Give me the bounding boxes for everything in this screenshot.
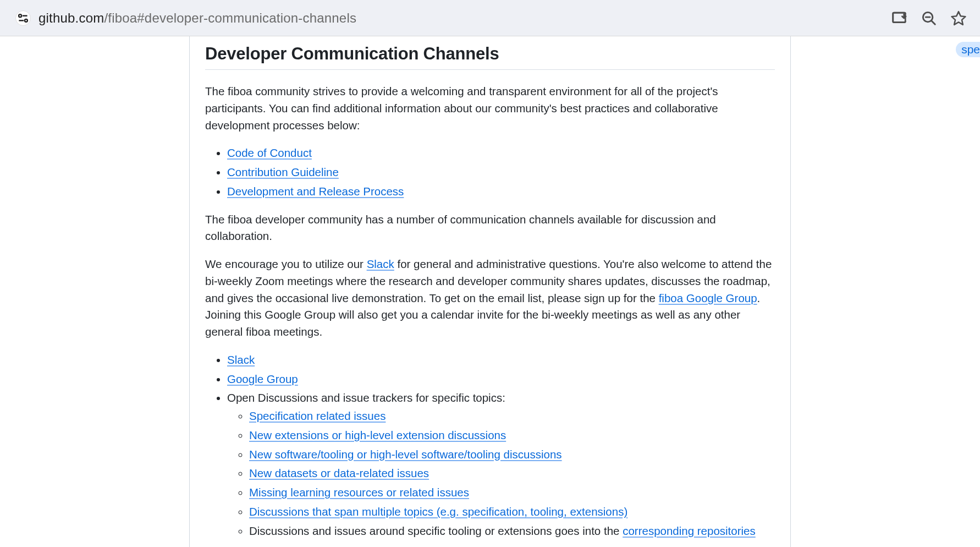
list-item: Development and Release Process bbox=[227, 183, 775, 200]
zoom-icon[interactable] bbox=[921, 10, 937, 26]
development-release-link[interactable]: Development and Release Process bbox=[227, 185, 404, 198]
topics-list: Specification related issues New extensi… bbox=[227, 408, 775, 539]
channels-intro-paragraph: The fiboa developer community has a numb… bbox=[205, 211, 775, 245]
bookmark-star-icon[interactable] bbox=[950, 10, 967, 26]
page-body: spe Developer Communication Channels The… bbox=[0, 36, 980, 547]
install-app-icon[interactable] bbox=[891, 10, 907, 26]
list-item: Discussions and issues around specific t… bbox=[249, 523, 775, 540]
svg-point-0 bbox=[19, 14, 21, 17]
site-settings-icon[interactable] bbox=[15, 10, 31, 26]
code-of-conduct-link[interactable]: Code of Conduct bbox=[227, 146, 312, 159]
slack-inline-link[interactable]: Slack bbox=[367, 258, 394, 270]
list-item: Google Group bbox=[227, 371, 775, 388]
new-extensions-link[interactable]: New extensions or high-level extension d… bbox=[249, 429, 506, 441]
text-segment: Discussions and issues around specific t… bbox=[249, 524, 623, 537]
address-bar[interactable]: github.com/fiboa#developer-communication… bbox=[5, 5, 884, 31]
slack-link[interactable]: Slack bbox=[227, 353, 255, 366]
readme-content: Developer Communication Channels The fib… bbox=[189, 36, 791, 547]
list-item: Open Discussions and issue trackers for … bbox=[227, 390, 775, 539]
open-discussions-label: Open Discussions and issue trackers for … bbox=[227, 391, 505, 404]
side-badge[interactable]: spe bbox=[956, 42, 980, 57]
url-text: github.com/fiboa#developer-communication… bbox=[38, 10, 356, 26]
list-item: Code of Conduct bbox=[227, 145, 775, 162]
svg-line-8 bbox=[932, 21, 935, 24]
best-practices-list: Code of Conduct Contribution Guideline D… bbox=[205, 145, 775, 200]
list-item: Specification related issues bbox=[249, 408, 775, 425]
channels-list: Slack Google Group Open Discussions and … bbox=[205, 352, 775, 540]
svg-point-2 bbox=[25, 19, 27, 21]
intro-paragraph: The fiboa community strives to provide a… bbox=[205, 83, 775, 134]
google-group-link[interactable]: Google Group bbox=[227, 373, 298, 385]
list-item: Contribution Guideline bbox=[227, 164, 775, 181]
specification-issues-link[interactable]: Specification related issues bbox=[249, 409, 386, 422]
google-group-inline-link[interactable]: fiboa Google Group bbox=[659, 292, 757, 304]
new-software-tooling-link[interactable]: New software/tooling or high-level softw… bbox=[249, 448, 562, 461]
list-item: Discussions that span multiple topics (e… bbox=[249, 504, 775, 521]
list-item: New software/tooling or high-level softw… bbox=[249, 446, 775, 463]
browser-toolbar: github.com/fiboa#developer-communication… bbox=[0, 0, 980, 36]
text-segment: We encourage you to utilize our bbox=[205, 258, 367, 270]
url-path: /fiboa#developer-communication-channels bbox=[104, 10, 356, 25]
section-heading: Developer Communication Channels bbox=[205, 44, 775, 70]
list-item: Missing learning resources or related is… bbox=[249, 484, 775, 501]
channels-details-paragraph: We encourage you to utilize our Slack fo… bbox=[205, 256, 775, 341]
url-host: github.com bbox=[38, 10, 104, 25]
list-item: Slack bbox=[227, 352, 775, 369]
list-item: New extensions or high-level extension d… bbox=[249, 427, 775, 444]
multi-topic-discussions-link[interactable]: Discussions that span multiple topics (e… bbox=[249, 505, 627, 518]
list-item: New datasets or data-related issues bbox=[249, 465, 775, 482]
new-datasets-link[interactable]: New datasets or data-related issues bbox=[249, 467, 429, 479]
contribution-guideline-link[interactable]: Contribution Guideline bbox=[227, 166, 339, 178]
toolbar-icons bbox=[891, 10, 975, 26]
corresponding-repositories-link[interactable]: corresponding repositories bbox=[623, 524, 756, 537]
learning-resources-link[interactable]: Missing learning resources or related is… bbox=[249, 486, 469, 499]
